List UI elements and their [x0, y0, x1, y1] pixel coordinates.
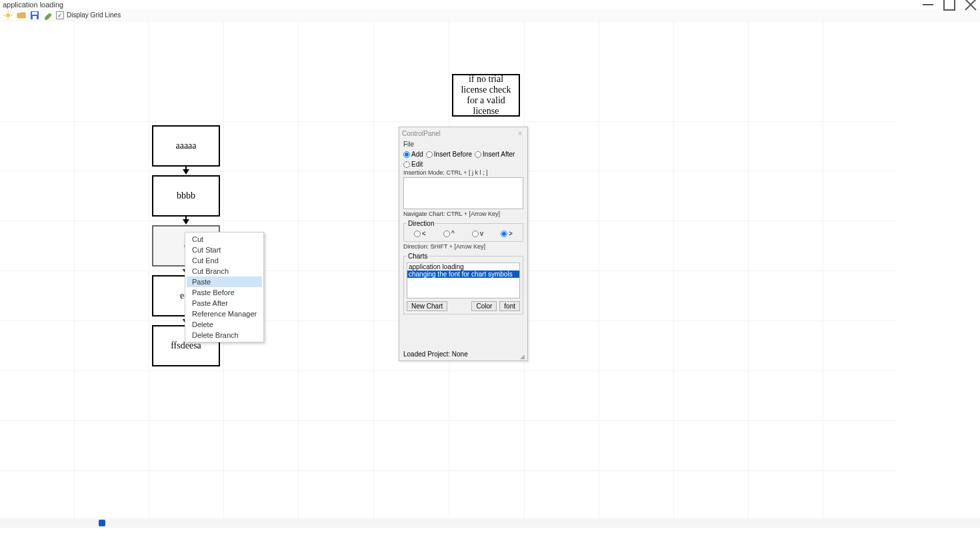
arrow-down-icon — [183, 169, 189, 175]
mode-edit[interactable]: Edit — [403, 161, 423, 168]
mode-insert-after[interactable]: Insert After — [475, 151, 515, 158]
control-panel-close-button[interactable]: × — [515, 129, 525, 138]
control-panel-body: File Add Insert Before Insert After Edit… — [399, 139, 527, 360]
dir-right[interactable]: > — [501, 230, 513, 237]
minimize-icon — [921, 0, 935, 11]
grid-line — [0, 121, 897, 122]
ctx-delete-branch[interactable]: Delete Branch — [187, 330, 262, 340]
ctx-cut-end[interactable]: Cut End — [187, 255, 262, 266]
ctx-delete[interactable]: Delete — [187, 319, 262, 330]
save-file-button[interactable] — [29, 10, 40, 21]
context-menu: Cut Cut Start Cut End Cut Branch Paste P… — [185, 232, 264, 342]
direction-legend: Direction — [407, 220, 435, 227]
new-chart-button[interactable]: New Chart — [407, 301, 447, 311]
mode-radio-group: Add Insert Before Insert After Edit — [403, 151, 523, 168]
save-icon — [30, 11, 39, 20]
svg-point-4 — [6, 13, 10, 17]
open-file-button[interactable] — [16, 10, 27, 21]
flow-node-license[interactable]: if no trial license check for a valid li… — [452, 74, 520, 117]
new-file-button[interactable] — [3, 10, 13, 21]
ctx-reference-manager[interactable]: Reference Manager — [187, 308, 262, 319]
control-panel-title: ControlPanel — [402, 130, 441, 137]
node-text: aaaaa — [175, 141, 196, 151]
dir-down[interactable]: v — [472, 230, 483, 237]
dir-up[interactable]: ^ — [443, 230, 455, 237]
brush-icon — [43, 11, 53, 20]
font-button[interactable]: font — [499, 301, 520, 311]
svg-rect-1 — [944, 0, 955, 10]
charts-listbox[interactable]: application loading changing the font fo… — [407, 263, 520, 298]
navigate-hint: Navigate Chart: CTRL + [Arrow Key] — [403, 211, 523, 217]
flow-node-a[interactable]: aaaaa — [152, 125, 220, 167]
ctx-cut-branch[interactable]: Cut Branch — [187, 266, 262, 276]
picker-button[interactable] — [43, 10, 53, 21]
horizontal-scrollbar[interactable] — [0, 518, 980, 528]
display-grid-label: Display Grid Lines — [67, 11, 121, 19]
node-text: bbbb — [177, 191, 195, 201]
node-text: if no trial license check for a valid li… — [456, 74, 516, 117]
direction-fieldset: Direction < ^ v > — [403, 220, 523, 242]
mode-insert-before[interactable]: Insert Before — [426, 151, 472, 158]
chart-list-item[interactable]: application loading — [407, 263, 519, 270]
ctx-paste-after[interactable]: Paste After — [187, 298, 262, 308]
resize-grip-icon[interactable]: ◢ — [520, 353, 527, 360]
checkbox-icon: ✓ — [56, 11, 64, 19]
ctx-cut-start[interactable]: Cut Start — [187, 245, 262, 255]
charts-legend: Charts — [407, 253, 429, 260]
sun-icon — [3, 11, 13, 20]
dir-left[interactable]: < — [414, 230, 426, 237]
window-titlebar: application loading — [0, 0, 980, 9]
insertion-hint: Insertion Mode: CTRL + [ j k l ; ] — [403, 169, 523, 176]
ctx-paste-before[interactable]: Paste Before — [187, 287, 262, 298]
chart-list-item[interactable]: changing the font for chart symbols — [407, 270, 519, 278]
direction-hint: Direction: SHIFT + [Arrow Key] — [403, 243, 523, 250]
ctx-paste[interactable]: Paste — [187, 276, 262, 287]
flow-node-b[interactable]: bbbb — [152, 175, 220, 217]
minimize-button[interactable] — [921, 1, 935, 9]
mode-add[interactable]: Add — [403, 151, 423, 158]
scrollbar-thumb[interactable] — [99, 520, 105, 526]
svg-rect-11 — [33, 16, 37, 19]
close-icon: × — [518, 129, 522, 137]
close-icon — [964, 0, 977, 11]
maximize-button[interactable] — [943, 1, 956, 9]
folder-open-icon — [17, 11, 26, 20]
loaded-project-status: Loaded Project: None — [403, 349, 523, 359]
arrow-down-icon — [183, 219, 189, 225]
file-menu[interactable]: File — [403, 141, 523, 149]
svg-rect-10 — [32, 12, 37, 15]
main-toolbar: ✓ Display Grid Lines — [0, 9, 980, 21]
grid-line — [0, 370, 897, 371]
control-panel-titlebar[interactable]: ControlPanel × — [399, 127, 527, 139]
node-text-input[interactable] — [403, 177, 523, 209]
ctx-cut[interactable]: Cut — [187, 234, 262, 245]
close-button[interactable] — [964, 1, 977, 9]
charts-fieldset: Charts application loading changing the … — [403, 253, 523, 314]
maximize-icon — [943, 0, 956, 11]
color-button[interactable]: Color — [471, 301, 497, 311]
window-controls — [921, 1, 977, 9]
grid-line — [0, 420, 897, 421]
display-grid-toggle[interactable]: ✓ Display Grid Lines — [56, 11, 121, 19]
window-title: application loading — [3, 1, 63, 9]
grid-line — [0, 470, 897, 471]
control-panel-window: ControlPanel × File Add Insert Before In… — [399, 127, 528, 361]
